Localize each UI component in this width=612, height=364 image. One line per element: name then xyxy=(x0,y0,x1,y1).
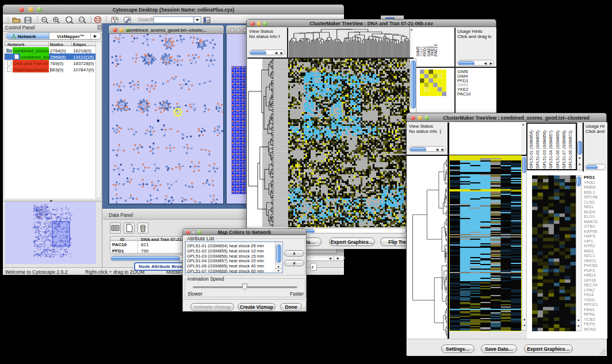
svg-text:PAC10: PAC10 xyxy=(434,44,438,56)
svg-text:GPL51-08 (GSM872): GPL51-08 (GSM872) xyxy=(568,131,573,168)
svg-text:GPL51-02 (GSM855): GPL51-02 (GSM855) xyxy=(536,131,540,168)
svg-text:MON2: MON2 xyxy=(584,327,596,332)
svg-text:GPL51-04 (GSM857): GPL51-04 (GSM857) xyxy=(549,131,553,168)
svg-text:GPL51-06 (GSM865): GPL51-06 (GSM865) xyxy=(556,131,560,168)
svg-text:1:1: 1:1 xyxy=(80,18,84,21)
svg-text:GPL51-07 (GSM868): GPL51-07 (GSM868) xyxy=(562,131,567,168)
svg-text:GPL51-01 (GSM854): GPL51-01 (GSM854) xyxy=(529,131,534,168)
svg-text:GPL51-03 (GSM856): GPL51-03 (GSM856) xyxy=(542,131,547,168)
svg-text:Search:: Search: xyxy=(138,17,155,22)
